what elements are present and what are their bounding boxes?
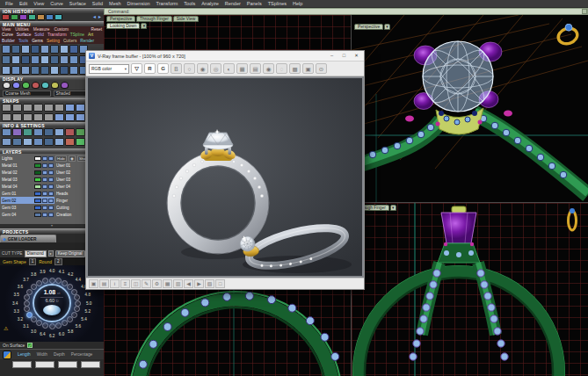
length-field[interactable] [12, 361, 32, 368]
view-layout-tab[interactable]: Side View [173, 16, 199, 22]
tool-icon[interactable] [69, 55, 78, 64]
vray-bottom-icon[interactable]: ▧ [205, 279, 214, 288]
main-menu-link[interactable]: Cutters [63, 39, 76, 43]
command-scrollbar[interactable] [582, 9, 587, 14]
settings-icon[interactable] [2, 138, 11, 146]
layer-visibility-chip[interactable] [42, 177, 47, 182]
tool-icon[interactable] [50, 45, 59, 54]
tool-icon[interactable] [40, 45, 49, 54]
layer-visibility-chip[interactable] [42, 192, 47, 196]
settings-icon[interactable] [44, 128, 54, 136]
tool-icon[interactable] [2, 66, 11, 75]
layer-color-swatch[interactable] [34, 163, 41, 168]
main-menu-link[interactable]: Solid [34, 33, 44, 37]
tool-icon[interactable] [11, 45, 20, 54]
menubar-item[interactable]: Transform [156, 1, 178, 6]
chevron-down-icon[interactable]: ▾ [384, 24, 390, 30]
history-thumbnail-icon[interactable] [46, 14, 54, 20]
layer-visibility-chip[interactable] [42, 206, 47, 210]
settings-icon[interactable] [54, 138, 64, 146]
snap-toggle-icon[interactable] [2, 113, 11, 121]
display-mode-icon[interactable] [22, 82, 30, 89]
vray-titlebar[interactable]: V V-Ray frame buffer - [100% of 960 x 72… [86, 51, 364, 61]
snap-toggle-icon[interactable] [44, 104, 54, 112]
layer-lock-chip[interactable] [48, 156, 54, 161]
vray-bottom-icon[interactable]: ◀ [184, 279, 193, 288]
vray-toolbar-icon[interactable]: ▦ [236, 63, 248, 74]
layer-visibility-chip[interactable] [42, 184, 47, 189]
layer-visibility-chip[interactable] [42, 199, 47, 203]
settings-icon[interactable] [12, 138, 22, 146]
layer-color-swatch[interactable] [34, 156, 41, 161]
tool-icon[interactable] [50, 66, 59, 75]
layer-lock-chip[interactable] [48, 184, 54, 189]
cut-type-expand-icon[interactable]: ▸ [48, 250, 54, 257]
tool-icon[interactable] [21, 66, 30, 75]
history-back-icon[interactable]: ◄ [92, 14, 97, 20]
display-mode-icon[interactable] [12, 82, 20, 89]
main-menu-link[interactable]: Surface [17, 33, 32, 37]
tool-icon[interactable] [2, 55, 11, 64]
main-menu-link[interactable]: Curve [2, 33, 13, 37]
layer-row[interactable]: Metal 03 [1, 176, 54, 183]
vray-toolbar-icon[interactable]: ◉ [263, 63, 274, 74]
percentage-field[interactable] [81, 361, 100, 368]
menubar-item[interactable]: Help [293, 1, 302, 6]
layer-lock-chip[interactable] [48, 206, 54, 210]
menubar-item[interactable]: View [33, 1, 44, 6]
vray-bottom-icon[interactable]: ≡ [120, 279, 130, 288]
snap-toggle-icon[interactable] [12, 113, 22, 121]
history-thumbnail-icon[interactable] [28, 14, 36, 20]
layer-lock-chip[interactable] [48, 170, 54, 175]
layer-row[interactable]: Gem 04 [1, 211, 54, 218]
view-layout-tab[interactable]: Through Finger [136, 16, 172, 22]
layer-visibility-chip[interactable] [42, 163, 47, 168]
vray-bottom-icon[interactable]: ▶ [194, 279, 204, 288]
vray-bottom-icon[interactable]: ◫ [131, 279, 141, 288]
snap-toggle-icon[interactable] [76, 104, 85, 112]
layer-row[interactable]: Gem 03 [1, 204, 54, 211]
settings-icon[interactable] [44, 138, 54, 146]
layer-color-swatch[interactable] [34, 192, 41, 196]
vray-toolbar-icon[interactable]: ▤ [250, 63, 261, 74]
vray-toolbar-icon[interactable]: ▣ [302, 63, 314, 74]
dimension-tab[interactable]: Width [37, 352, 47, 357]
gem-shape-index[interactable]: 1 [29, 258, 37, 265]
main-menu-link[interactable]: Setting [47, 39, 60, 43]
cut-type-dropdown[interactable]: Diamond [25, 250, 47, 257]
menubar-item[interactable]: Mesh [109, 1, 120, 6]
gem-shape-value[interactable]: Round [39, 259, 52, 264]
tool-icon[interactable] [11, 66, 20, 75]
vray-bottom-icon[interactable]: ⚙ [152, 279, 162, 288]
layer-color-swatch[interactable] [34, 170, 41, 175]
vray-toolbar-icon[interactable]: ◎ [210, 63, 221, 74]
tool-icon[interactable] [31, 45, 40, 54]
tool-icon[interactable] [40, 55, 49, 64]
settings-icon[interactable] [76, 128, 85, 136]
vray-bottom-icon[interactable]: i [110, 279, 120, 288]
close-icon[interactable]: ✕ [352, 52, 361, 60]
history-thumbnail-icon[interactable] [11, 14, 18, 20]
minimize-icon[interactable]: – [327, 52, 337, 60]
main-menu-tab[interactable]: Utilities [15, 27, 28, 32]
gem-placement-icon[interactable] [3, 351, 11, 359]
vray-frame-buffer-window[interactable]: V V-Ray frame buffer - [100% of 960 x 72… [85, 50, 365, 290]
snap-toggle-icon[interactable] [54, 113, 64, 121]
command-bar[interactable]: Command: [104, 8, 588, 15]
tool-icon[interactable] [31, 55, 40, 64]
settings-icon[interactable] [33, 128, 43, 136]
main-menu-link[interactable]: Render [80, 39, 94, 43]
main-menu-link[interactable]: Builder [2, 39, 15, 43]
snap-toggle-icon[interactable] [2, 104, 11, 112]
snap-toggle-icon[interactable] [44, 113, 54, 121]
history-thumbnail-icon[interactable] [2, 14, 10, 20]
settings-icon[interactable] [2, 128, 11, 136]
menubar-item[interactable]: Render [225, 1, 241, 6]
vray-toolbar-icon[interactable]: G [157, 63, 169, 74]
snap-toggle-icon[interactable] [33, 104, 43, 112]
layer-color-swatch[interactable] [34, 206, 41, 210]
menubar-item[interactable]: TSplines [268, 1, 287, 6]
layer-lock-chip[interactable] [48, 192, 54, 196]
menubar-item[interactable]: Analyze [201, 1, 219, 6]
layers-hide-button[interactable]: Hide [55, 155, 67, 162]
